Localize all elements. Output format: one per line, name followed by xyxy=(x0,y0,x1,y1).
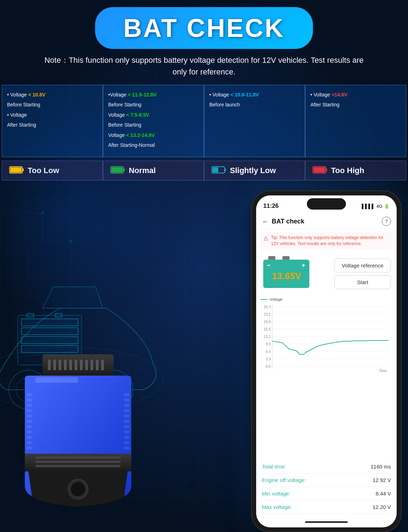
page-wrapper: BAT CHECK Note：This function only suppor… xyxy=(0,0,408,532)
phone-area: 11:26 ▌▌▌▌ 4G 🔋 ← BAT check xyxy=(252,191,401,532)
svg-rect-60 xyxy=(27,399,32,401)
stat-label-engine-off: Engine off voltage: xyxy=(262,477,306,483)
svg-rect-62 xyxy=(27,409,32,412)
svg-rect-49 xyxy=(53,360,56,370)
bottom-section: 11:26 ▌▌▌▌ 4G 🔋 ← BAT check xyxy=(0,184,408,532)
svg-rect-13 xyxy=(123,168,125,171)
svg-rect-16 xyxy=(225,168,226,171)
svg-rect-63 xyxy=(27,415,32,417)
status-too-low: Too Low xyxy=(2,161,103,181)
title-badge: BAT CHECK xyxy=(95,7,313,49)
svg-rect-56 xyxy=(90,360,93,370)
app-header-left: ← BAT check xyxy=(262,217,304,226)
start-button[interactable]: Start xyxy=(334,275,391,289)
battery-icon-too-low xyxy=(9,165,24,176)
battery-svg: − + 13.65V xyxy=(262,256,311,292)
status-label-too-low: Too Low xyxy=(28,166,59,175)
svg-text:6.6: 6.6 xyxy=(266,350,271,354)
help-button[interactable]: ? xyxy=(382,217,391,226)
svg-rect-72 xyxy=(124,404,129,407)
svg-rect-77 xyxy=(124,431,129,433)
status-label-slightly-low: Slightly Low xyxy=(230,166,276,175)
network-label: 4G xyxy=(376,204,382,209)
svg-text:Time: Time xyxy=(379,369,387,373)
svg-rect-79 xyxy=(124,441,129,444)
status-label-normal: Normal xyxy=(129,166,156,175)
svg-rect-18 xyxy=(314,167,325,172)
svg-rect-68 xyxy=(27,441,32,444)
stat-row-max-voltage: Max voltage: 12.20 V xyxy=(262,500,391,514)
svg-rect-69 xyxy=(27,447,32,449)
stats-section: Total time: 1160 ms Engine off voltage: … xyxy=(256,457,397,517)
normal-text: •Voltage < 11.8-12.8V Before Starting Vo… xyxy=(108,91,199,149)
svg-rect-61 xyxy=(27,404,32,407)
svg-text:−: − xyxy=(267,262,271,269)
svg-rect-43 xyxy=(21,337,78,344)
svg-rect-67 xyxy=(27,436,32,439)
legend-line xyxy=(260,299,268,300)
chart-legend: Voltage xyxy=(260,297,392,301)
info-card-slightly-low: • Voltage < 10.8-11.8V Before launch xyxy=(204,85,305,157)
svg-rect-54 xyxy=(80,360,83,370)
info-card-too-low: • Voltage < 10.8V Before Starting • Volt… xyxy=(2,85,103,157)
battery-icon-normal xyxy=(110,165,125,176)
svg-rect-80 xyxy=(124,447,129,449)
svg-rect-45 xyxy=(27,314,34,317)
action-buttons: Voltage reference Start xyxy=(334,259,391,289)
stat-row-min-voltage: Min voltage: 8.44 V xyxy=(262,487,391,500)
svg-rect-12 xyxy=(111,167,123,172)
battery-graphic: − + 13.65V xyxy=(262,256,311,292)
tip-box: ⚠ Tip: This function only supports batte… xyxy=(260,232,393,250)
status-label-too-high: Too High xyxy=(331,166,364,175)
back-button[interactable]: ← xyxy=(262,217,269,226)
stat-row-total-time: Total time: 1160 ms xyxy=(262,460,391,473)
home-indicator xyxy=(256,517,397,527)
battery-status-icon: 🔋 xyxy=(384,204,390,209)
too-low-text: • Voltage < 10.8V Before Starting • Volt… xyxy=(7,91,98,129)
svg-rect-78 xyxy=(124,436,129,439)
svg-rect-9 xyxy=(10,167,22,172)
svg-rect-58 xyxy=(101,360,104,370)
svg-rect-75 xyxy=(124,420,129,423)
svg-rect-19 xyxy=(326,168,327,171)
svg-rect-84 xyxy=(35,465,121,467)
info-card-too-high: • Voltage >14.8V After Starting xyxy=(305,85,406,157)
svg-text:13.2: 13.2 xyxy=(264,335,271,339)
svg-text:9.9: 9.9 xyxy=(266,342,271,346)
battery-display-area: − + 13.65V Voltage reference Start xyxy=(256,253,397,295)
svg-rect-46 xyxy=(55,314,62,317)
svg-rect-10 xyxy=(22,168,24,171)
signal-icon: ▌▌▌▌ xyxy=(362,204,375,209)
status-slightly-low: Slightly Low xyxy=(204,161,305,181)
svg-rect-57 xyxy=(96,360,99,370)
stat-label-total-time: Total time: xyxy=(262,464,286,470)
svg-rect-41 xyxy=(21,319,78,326)
svg-rect-65 xyxy=(27,425,32,428)
subtitle: Note：This function only supports battery… xyxy=(44,54,364,78)
svg-text:16.5: 16.5 xyxy=(264,327,271,331)
info-cards-grid: • Voltage < 10.8V Before Starting • Volt… xyxy=(2,85,406,157)
phone-time: 11:26 xyxy=(263,203,279,210)
svg-rect-71 xyxy=(124,399,129,401)
battery-icon-slightly-low xyxy=(211,165,226,176)
voltage-chart: 26.4 23.1 19.8 16.5 13.2 9.9 6.6 3.3 0.0 xyxy=(260,303,392,374)
stat-row-engine-off: Engine off voltage: 12.92 V xyxy=(262,473,391,487)
status-too-high: Too High xyxy=(305,161,406,181)
svg-rect-59 xyxy=(27,393,32,396)
too-high-text: • Voltage >14.8V After Starting xyxy=(310,91,401,109)
chart-section: Voltage 26.4 23.1 19.8 16.5 13.2 9.9 6.6 xyxy=(256,295,397,457)
svg-rect-15 xyxy=(213,167,218,172)
voltage-reference-button[interactable]: Voltage reference xyxy=(334,259,391,272)
svg-rect-70 xyxy=(124,393,129,396)
svg-rect-51 xyxy=(64,360,67,370)
obd-device xyxy=(7,351,149,521)
svg-rect-74 xyxy=(124,415,129,417)
stat-value-engine-off: 12.92 V xyxy=(373,477,391,483)
svg-text:0.0: 0.0 xyxy=(266,365,271,368)
app-title: BAT check xyxy=(272,218,304,225)
svg-text:19.8: 19.8 xyxy=(264,320,271,324)
dynamic-island xyxy=(307,198,346,210)
battery-icon-too-high xyxy=(313,165,327,176)
slightly-low-text: • Voltage < 10.8-11.8V Before launch xyxy=(209,91,300,109)
stat-value-max-voltage: 12.20 V xyxy=(373,504,391,510)
